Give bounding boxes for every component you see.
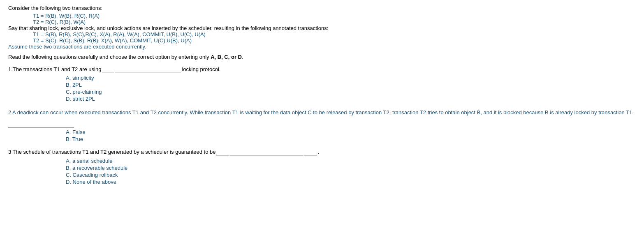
q1-option-a: A. simplicity: [66, 75, 636, 81]
q3-line: 3 The schedule of transactions T1 and T2…: [8, 149, 636, 155]
q3-answer-short-input[interactable]: [216, 149, 229, 155]
q1-option-b: B. 2PL: [66, 82, 636, 88]
t1-def: T1 = R(B), W(B), R(C), R(A): [33, 13, 636, 19]
q3-answer-end-input[interactable]: [304, 149, 317, 155]
assume-text: Assume these two transactions are execut…: [8, 44, 636, 50]
q3-option-d: D. None of the above: [66, 179, 636, 185]
q1-label: 1.The transactions T1 and T2 are using: [8, 66, 101, 72]
q2-options: A. False B. True: [66, 129, 636, 142]
question-1-block: 1.The transactions T1 and T2 are using l…: [8, 66, 636, 102]
t2-annotated: T2 = S(C), R(C), S(B), R(B), X(A), W(A),…: [33, 37, 636, 44]
q2-text-row: 2 A deadlock can occur when executed tra…: [8, 109, 636, 127]
q3-suffix: .: [317, 149, 319, 155]
page-container: Consider the following two transactions:…: [8, 5, 636, 185]
t1-annotated: T1 = S(B), R(B), S(C),R(C), X(A), R(A), …: [33, 31, 636, 37]
q2-option-a: A. False: [66, 129, 636, 135]
question-1-line: 1.The transactions T1 and T2 are using l…: [8, 66, 636, 72]
say-text: Say that sharing lock, exclusive lock, a…: [8, 25, 636, 31]
q3-options: A. a serial schedule B. a recoverable sc…: [66, 158, 636, 185]
question-3-block: 3 The schedule of transactions T1 and T2…: [8, 149, 636, 185]
q3-label-before: 3 The schedule of transactions T1 and T2…: [8, 149, 215, 155]
q2-option-b: B. True: [66, 136, 636, 142]
q3-option-b: B. a recoverable schedule: [66, 165, 636, 171]
q1-answer-long-input[interactable]: [115, 66, 181, 72]
instruction-line: Read the following questions carefully a…: [8, 54, 636, 60]
q1-options: A. simplicity B. 2PL C. pre-claiming D. …: [66, 75, 636, 102]
instruction-text-before: Read the following questions carefully a…: [8, 54, 211, 60]
q1-suffix: locking protocol.: [182, 66, 220, 72]
q3-option-c: C. Cascading rollback: [66, 172, 636, 178]
instruction-bold: A, B, C, or D: [211, 54, 242, 60]
q1-answer-short-input[interactable]: [102, 66, 114, 72]
q3-option-a: A. a serial schedule: [66, 158, 636, 164]
q1-option-d: D. strict 2PL: [66, 96, 636, 102]
instruction-text-after: .: [242, 54, 243, 60]
consider-text: Consider the following two transactions:: [8, 5, 636, 11]
q2-label: 2 A deadlock can occur when executed tra…: [8, 109, 634, 117]
q3-answer-long-input[interactable]: [229, 149, 303, 155]
q2-answer-input[interactable]: [8, 121, 74, 127]
t2-def: T2 = R(C), R(B), W(A): [33, 19, 636, 25]
q1-option-c: C. pre-claiming: [66, 89, 636, 95]
question-2-block: 2 A deadlock can occur when executed tra…: [8, 109, 636, 142]
